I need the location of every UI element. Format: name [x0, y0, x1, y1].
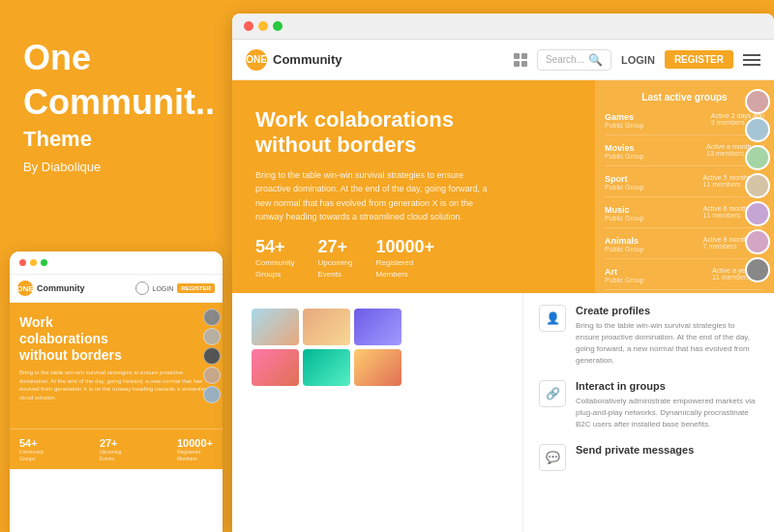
- hero-left: Work colaborationswithout borders Bring …: [232, 80, 774, 293]
- stat-groups: 54+ CommunityGroups: [255, 237, 294, 279]
- search-box[interactable]: Search... 🔍: [537, 49, 611, 71]
- photos-grid: [252, 309, 402, 386]
- feature-title-0: Create profiles: [576, 305, 759, 316]
- hamburger-menu[interactable]: [743, 54, 760, 66]
- avatar-6[interactable]: [745, 229, 770, 254]
- feature-title-2: Send private messages: [576, 444, 694, 456]
- mobile-top-bar: [10, 251, 223, 275]
- feature-icon-1: 🔗: [539, 380, 566, 407]
- mobile-hero: Workcolaborationswithout borders Bring t…: [10, 303, 223, 429]
- stat-events-label: UpcomingEvents: [317, 257, 352, 279]
- feature-desc-1: Collaboratively administrate empowered m…: [576, 396, 759, 430]
- mobile-dot-red: [19, 259, 26, 266]
- mobile-stat-members-label: RegisteredMembers: [177, 449, 213, 461]
- bottom-right: 👤 Create profiles Bring to the table win…: [522, 293, 774, 532]
- browser-nav: ONE Community Search... 🔍 LOGIN REGISTER: [232, 40, 774, 80]
- avatars-col: [741, 85, 774, 286]
- mobile-stat-members-num: 10000+: [177, 437, 213, 449]
- mobile-avatar-1: [203, 309, 221, 326]
- mobile-hero-text: Bring to the table win-win survival stra…: [19, 369, 213, 401]
- avatar-2[interactable]: [745, 117, 770, 142]
- mobile-stat-groups-num: 54+: [19, 437, 44, 449]
- mobile-nav-right: LOGIN REGISTER: [135, 281, 215, 295]
- browser-dot-green: [273, 21, 283, 31]
- avatar-5[interactable]: [745, 201, 770, 226]
- bottom-content: 👤 Create profiles Bring to the table win…: [232, 293, 774, 532]
- browser-dot-red: [244, 21, 253, 31]
- brand-by: By Diabolique: [23, 160, 214, 174]
- hero-title: Work colaborationswithout borders: [255, 107, 751, 159]
- mobile-community-label: Community: [37, 283, 85, 293]
- mobile-stat-groups-label: CommunityGroups: [19, 449, 44, 461]
- photo-3: [354, 309, 402, 345]
- stat-members: 10000+ RegisteredMembers: [375, 237, 434, 279]
- mobile-stat-members: 10000+ RegisteredMembers: [177, 437, 213, 461]
- grid-icon[interactable]: [514, 53, 527, 67]
- mobile-avatar-4: [203, 367, 221, 384]
- stat-events: 27+ UpcomingEvents: [317, 237, 352, 279]
- stat-members-label: RegisteredMembers: [375, 257, 434, 279]
- mobile-avatar-5: [203, 386, 221, 403]
- feature-title-1: Interact in groups: [576, 380, 759, 392]
- hero-stats: 54+ CommunityGroups 27+ UpcomingEvents 1…: [255, 237, 751, 279]
- mobile-login[interactable]: LOGIN: [153, 285, 174, 292]
- stat-members-num: 10000+: [375, 237, 434, 257]
- feature-item-0: 👤 Create profiles Bring to the table win…: [539, 305, 759, 367]
- mobile-dot-green: [41, 259, 47, 266]
- mobile-logo: ONE: [17, 281, 33, 296]
- feature-text-0: Create profiles Bring to the table win-w…: [576, 305, 759, 367]
- mobile-nav: ONE Community LOGIN REGISTER: [10, 275, 223, 303]
- stat-groups-num: 54+: [255, 237, 294, 257]
- brand-section: Theme: [23, 127, 214, 152]
- mobile-register-btn[interactable]: REGISTER: [177, 283, 215, 293]
- mobile-hero-title: Workcolaborationswithout borders: [19, 314, 213, 363]
- login-label[interactable]: LOGIN: [621, 54, 655, 66]
- mobile-stats: 54+ CommunityGroups 27+ UpcomingEvents 1…: [10, 429, 223, 469]
- search-icon[interactable]: 🔍: [588, 53, 603, 67]
- avatar-7[interactable]: [745, 257, 770, 282]
- mobile-avatar-3: [203, 347, 221, 365]
- mobile-avatar-2: [203, 328, 221, 345]
- browser-dot-yellow: [258, 21, 268, 31]
- photo-2: [303, 309, 350, 345]
- mobile-dot-yellow: [30, 259, 37, 266]
- feature-text-1: Interact in groups Collaboratively admin…: [576, 380, 759, 430]
- stat-groups-label: CommunityGroups: [255, 257, 294, 279]
- mobile-stat-events-num: 27+: [100, 437, 122, 449]
- mobile-search-icon[interactable]: [135, 281, 149, 295]
- feature-item-1: 🔗 Interact in groups Collaboratively adm…: [539, 380, 759, 430]
- browser-mockup: ONE Community Search... 🔍 LOGIN REGISTER…: [232, 14, 774, 532]
- bottom-left: [232, 293, 522, 532]
- mobile-stat-events-label: UpcomingEvents: [100, 449, 122, 461]
- browser-top-bar: [232, 14, 774, 40]
- photo-4: [252, 349, 299, 386]
- nav-community-label: Community: [273, 52, 342, 67]
- nav-logo: ONE: [246, 49, 267, 71]
- mobile-stat-groups: 54+ CommunityGroups: [19, 437, 44, 461]
- photo-6: [354, 349, 402, 386]
- mobile-avatars-col: [203, 309, 221, 403]
- feature-text-2: Send private messages: [576, 444, 694, 471]
- features-list: 👤 Create profiles Bring to the table win…: [539, 305, 759, 471]
- stat-events-num: 27+: [317, 237, 352, 257]
- nav-right: Search... 🔍 LOGIN REGISTER: [514, 49, 760, 71]
- register-btn[interactable]: REGISTER: [665, 50, 733, 69]
- feature-icon-0: 👤: [539, 305, 566, 332]
- mobile-mockup: ONE Community LOGIN REGISTER Workcolabor…: [10, 251, 223, 532]
- nav-left: ONE Community: [246, 49, 342, 71]
- brand-title: One Communit..: [23, 39, 214, 121]
- hero-section: Work colaborationswithout borders Bring …: [232, 80, 774, 293]
- left-panel: One Communit.. Theme By Diabolique ONE C…: [0, 0, 237, 532]
- mobile-stat-events: 27+ UpcomingEvents: [100, 437, 122, 461]
- photo-1: [252, 309, 299, 345]
- avatar-4[interactable]: [745, 173, 770, 198]
- feature-icon-2: 💬: [539, 444, 566, 471]
- search-placeholder: Search...: [546, 54, 584, 65]
- avatar-3[interactable]: [745, 145, 770, 170]
- feature-item-2: 💬 Send private messages: [539, 444, 759, 471]
- photo-5: [303, 349, 350, 386]
- hero-description: Bring to the table win-win survival stra…: [255, 168, 488, 224]
- feature-desc-0: Bring to the table win-win survival stra…: [576, 320, 759, 367]
- avatar-1[interactable]: [745, 89, 770, 114]
